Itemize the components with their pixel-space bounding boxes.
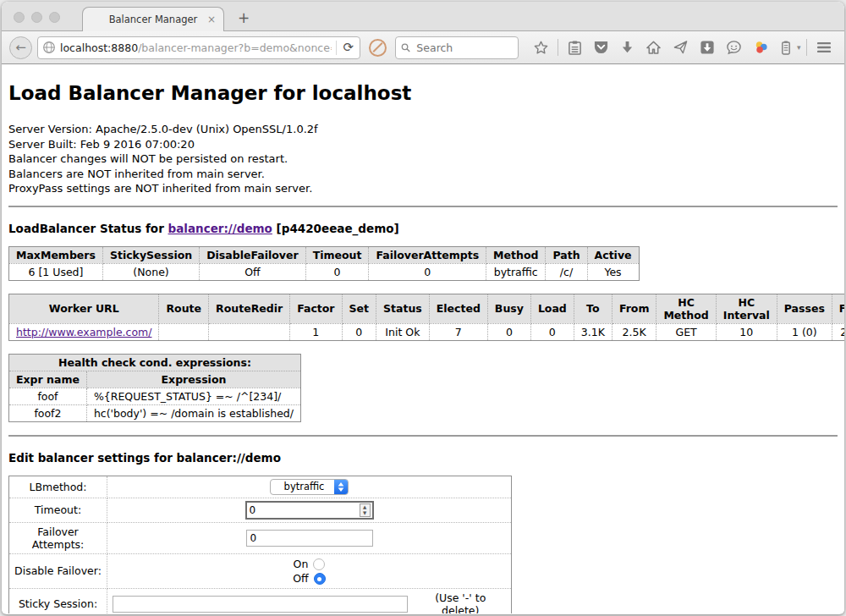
colored-dots-extension-icon[interactable]: [747, 40, 774, 55]
battery-extension-icon[interactable]: [774, 40, 797, 56]
divider: [8, 206, 838, 207]
inherit-notice: Balancers are NOT inherited from main se…: [8, 167, 838, 182]
square-download-icon[interactable]: [694, 40, 720, 55]
disable-failover-label: Disable Failover:: [9, 553, 107, 588]
bookmark-star-icon[interactable]: [527, 40, 554, 56]
reload-button[interactable]: ⟳: [341, 41, 355, 54]
worker-url-link[interactable]: http://www.example.com/: [16, 326, 151, 338]
sticky-session-label: Sticky Session:: [9, 588, 107, 613]
tab-bar: Balancer Manager × +: [2, 2, 844, 31]
search-input[interactable]: [415, 41, 513, 55]
table-row: foof2 hc('body') =~ /domain is establish…: [9, 404, 301, 421]
new-tab-button[interactable]: +: [238, 11, 250, 25]
sticky-session-hint: (Use '-' to delete): [415, 591, 506, 614]
balancer-settings-form: LBmethod: bytraffic Timeout:: [8, 476, 512, 614]
failover-attempts-input[interactable]: [246, 530, 373, 547]
url-input[interactable]: localhost:8880/balancer-manager?b=demo&n…: [60, 41, 332, 54]
paper-plane-icon[interactable]: [667, 40, 694, 55]
server-version: Server Version: Apache/2.5.0-dev (Unix) …: [8, 122, 838, 137]
failover-attempts-label: Failover Attempts:: [9, 522, 107, 553]
url-bar[interactable]: localhost:8880/balancer-manager?b=demo&n…: [37, 36, 360, 59]
close-tab-icon[interactable]: ×: [207, 14, 216, 25]
pocket-icon[interactable]: [587, 40, 614, 55]
page-title: Load Balancer Manager for localhost: [8, 82, 838, 104]
reading-list-icon[interactable]: [562, 40, 587, 56]
close-window-button[interactable]: [14, 12, 25, 23]
downloads-icon[interactable]: [614, 40, 640, 55]
zoom-window-button[interactable]: [49, 12, 60, 23]
health-check-title: Health check cond. expressions:: [9, 354, 301, 371]
divider: [8, 435, 838, 437]
failover-off-label: Off: [293, 572, 308, 585]
timeout-field: ▲▼: [245, 501, 374, 520]
back-button[interactable]: ←: [9, 36, 32, 59]
persist-notice: Balancer changes will NOT be persisted o…: [8, 151, 838, 167]
server-built: Server Built: Feb 9 2016 07:00:20: [8, 137, 838, 152]
lbmethod-select[interactable]: bytraffic: [270, 479, 349, 495]
balancer-status-table: MaxMembers StickySession DisableFailover…: [8, 246, 640, 281]
menu-button[interactable]: [810, 41, 838, 54]
globe-icon: [42, 41, 56, 54]
table-row: foof %{REQUEST_STATUS} =~ /^[234]/: [9, 388, 301, 404]
loadbalancer-status-heading: LoadBalancer Status for balancer://demo …: [8, 222, 838, 235]
failover-off-radio[interactable]: [314, 573, 326, 585]
page-content: Load Balancer Manager for localhost Serv…: [2, 64, 844, 613]
proxypass-notice: ProxyPass settings are NOT inherited fro…: [8, 181, 838, 196]
number-spinner-icon[interactable]: ▲▼: [360, 503, 371, 517]
timeout-input[interactable]: [247, 504, 360, 516]
select-stepper-icon: [334, 480, 348, 494]
table-header-row: MaxMembers StickySession DisableFailover…: [9, 246, 640, 263]
tiles-extension-icon[interactable]: [838, 40, 844, 56]
balancer-demo-link[interactable]: balancer://demo: [168, 222, 272, 235]
worker-table: Worker URL Route RouteRedir Factor Set S…: [8, 294, 844, 341]
back-icon: ←: [15, 40, 26, 55]
timeout-label: Timeout:: [9, 498, 107, 522]
browser-window: Balancer Manager × + ← localhost:8880/ba…: [2, 2, 844, 614]
chat-smiley-icon[interactable]: [720, 40, 747, 55]
lbmethod-label: LBmethod:: [9, 476, 107, 498]
extension-dropdown-caret[interactable]: ▾: [797, 43, 803, 52]
sticky-session-input[interactable]: [113, 596, 408, 613]
tab-title: Balancer Manager: [109, 14, 198, 25]
navigation-toolbar: ← localhost:8880/balancer-manager?b=demo…: [2, 31, 844, 64]
health-check-table: Health check cond. expressions: Expr nam…: [8, 354, 301, 422]
table-header-row: Worker URL Route RouteRedir Factor Set S…: [9, 294, 845, 323]
edit-balancer-heading: Edit balancer settings for balancer://de…: [8, 451, 838, 465]
search-icon: [401, 42, 410, 53]
failover-on-label: On: [294, 558, 309, 570]
toolbar-icons: ▾: [527, 39, 844, 56]
worker-row: http://www.example.com/ 1 0 Init Ok 7 0 …: [9, 323, 845, 340]
failover-on-radio[interactable]: [313, 558, 325, 570]
browser-tab[interactable]: Balancer Manager ×: [82, 7, 224, 31]
home-icon[interactable]: [640, 40, 667, 55]
blocked-content-icon[interactable]: [369, 39, 387, 57]
window-controls: [14, 12, 60, 23]
minimize-window-button[interactable]: [31, 12, 42, 23]
search-bar[interactable]: [395, 36, 519, 59]
table-header-row: Expr name Expression: [9, 371, 301, 388]
table-row: 6 [1 Used] (None) Off 0 0 bytraffic /c/ …: [9, 263, 640, 280]
